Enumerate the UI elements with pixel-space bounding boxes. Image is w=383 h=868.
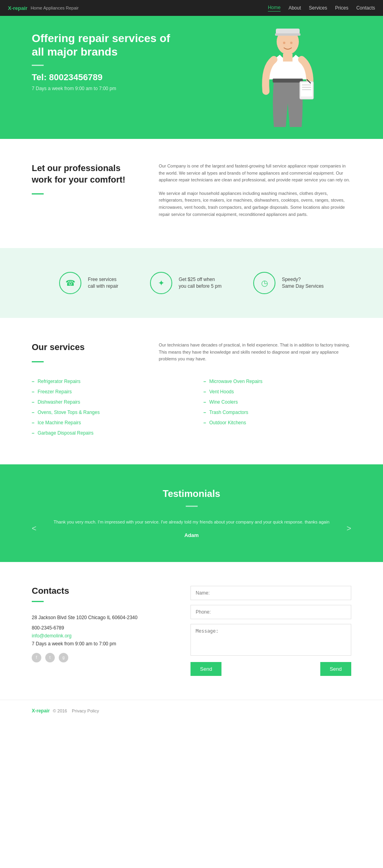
contacts-address: 28 Jackson Blvd Ste 1020 Chicago IL 6060… <box>32 614 167 621</box>
hero-phone: Tel: 80023456789 <box>32 72 183 83</box>
testimonial-author: Adam <box>52 532 331 538</box>
footer: X-repair © 2016 Privacy Policy <box>0 700 383 722</box>
footer-copyright: © 2016 <box>53 708 67 713</box>
about-heading: Let our professionals work for your comf… <box>32 163 135 185</box>
hero-heading: Offering repair services of all major br… <box>32 32 183 58</box>
nav-contacts[interactable]: Contacts <box>356 5 375 11</box>
services-title-col: Our services <box>32 342 135 363</box>
list-item: – Vent Hoods <box>204 389 352 395</box>
discount-icon: ✦ <box>150 272 172 294</box>
testimonials-divider <box>186 506 198 507</box>
ice-machine-link[interactable]: Ice Machine Repairs <box>38 420 81 425</box>
twitter-icon[interactable]: t <box>45 653 55 662</box>
list-item: – Wine Coolers <box>204 399 352 405</box>
send-button[interactable]: Send <box>191 662 221 676</box>
benefit-speedy: ◷ Speedy? Same Day Services <box>253 272 323 294</box>
services-divider <box>32 361 44 362</box>
about-para2: We service all major household appliance… <box>159 190 351 218</box>
list-item: – Freezer Repairs <box>32 389 180 395</box>
hero-person-image <box>240 16 335 139</box>
social-icons-group: f t g <box>32 653 167 662</box>
privacy-policy-link[interactable]: Privacy Policy <box>72 708 99 713</box>
dishwasher-repairs-link[interactable]: Dishwasher Repairs <box>38 399 80 405</box>
contacts-email-link[interactable]: info@demolink.org <box>32 633 167 639</box>
list-item: – Ice Machine Repairs <box>32 420 180 425</box>
nav-about[interactable]: About <box>289 5 301 11</box>
services-header: Our services Our technicians have decade… <box>32 342 351 363</box>
phone-field-group <box>191 605 351 619</box>
testimonials-heading: Testimonials <box>32 488 351 499</box>
contacts-divider <box>32 601 44 602</box>
benefits-section: ☎ Free services call with repair ✦ Get $… <box>0 248 383 318</box>
list-item: – Dishwasher Repairs <box>32 399 180 405</box>
services-description: Our technicians have decades of practica… <box>159 342 351 363</box>
benefit-discount-text: Get $25 off when you call before 5 pm <box>179 276 221 290</box>
message-field-group <box>191 624 351 657</box>
list-item: – Microwave Oven Repairs <box>204 379 352 384</box>
testimonial-content: Thank you very much. I'm impressed with … <box>37 519 347 538</box>
hero-content: Offering repair services of all major br… <box>32 32 183 91</box>
navbar: X-repair Home Appliances Repair Home Abo… <box>0 0 383 16</box>
facebook-icon[interactable]: f <box>32 653 41 662</box>
nav-home[interactable]: Home <box>268 5 281 12</box>
list-item: – Garbage Disposal Repairs <box>32 430 180 436</box>
contacts-section: Contacts 28 Jackson Blvd Ste 1020 Chicag… <box>0 562 383 700</box>
contacts-left: Contacts 28 Jackson Blvd Ste 1020 Chicag… <box>32 586 167 676</box>
about-divider <box>32 193 44 194</box>
vent-hoods-link[interactable]: Vent Hoods <box>209 389 234 395</box>
testimonial-prev-button[interactable]: < <box>32 524 37 533</box>
testimonial-nav: < Thank you very much. I'm impressed wit… <box>32 519 351 538</box>
svg-rect-2 <box>276 29 300 34</box>
hero-divider <box>32 65 44 66</box>
nav-services[interactable]: Services <box>309 5 327 11</box>
logo-text: X-repair <box>8 5 27 11</box>
testimonial-next-button[interactable]: > <box>346 524 351 533</box>
contacts-heading: Contacts <box>32 586 167 596</box>
services-left-col: – Refrigerator Repairs – Freezer Repairs… <box>32 379 180 441</box>
benefit-speedy-text: Speedy? Same Day Services <box>282 276 323 290</box>
nav-prices[interactable]: Prices <box>335 5 348 11</box>
list-item: – Ovens, Stove Tops & Ranges <box>32 410 180 415</box>
microwave-link[interactable]: Microwave Oven Repairs <box>209 379 262 384</box>
message-input[interactable] <box>191 624 351 656</box>
name-input[interactable] <box>191 586 351 600</box>
svg-rect-3 <box>275 33 300 36</box>
garbage-disposal-link[interactable]: Garbage Disposal Repairs <box>38 430 94 436</box>
clock-icon: ◷ <box>253 272 275 294</box>
contacts-form: Send Send <box>191 586 351 676</box>
name-field-group <box>191 586 351 600</box>
testimonials-section: Testimonials < Thank you very much. I'm … <box>0 464 383 562</box>
person-illustration <box>248 20 327 135</box>
svg-point-13 <box>290 42 293 44</box>
list-item: – Outdoor Kitchens <box>204 420 352 425</box>
services-lists: – Refrigerator Repairs – Freezer Repairs… <box>32 379 351 441</box>
nav-links: Home About Services Prices Contacts <box>268 5 375 12</box>
hero-section: Offering repair services of all major br… <box>0 16 383 139</box>
trash-compactors-link[interactable]: Trash Compactors <box>209 410 248 415</box>
footer-logo: X-repair <box>32 708 50 714</box>
freezer-repairs-link[interactable]: Freezer Repairs <box>38 389 72 395</box>
about-para1: Our Company is one of the largest and fa… <box>159 163 351 184</box>
about-section: Let our professionals work for your comf… <box>0 139 383 248</box>
refrigerator-repairs-link[interactable]: Refrigerator Repairs <box>38 379 81 384</box>
list-item: – Trash Compactors <box>204 410 352 415</box>
ovens-link[interactable]: Ovens, Stove Tops & Ranges <box>38 410 100 415</box>
list-item: – Refrigerator Repairs <box>32 379 180 384</box>
wine-coolers-link[interactable]: Wine Coolers <box>209 399 238 405</box>
benefit-discount: ✦ Get $25 off when you call before 5 pm <box>150 272 221 294</box>
services-heading: Our services <box>32 342 135 353</box>
google-plus-icon[interactable]: g <box>59 653 68 662</box>
benefit-free-service: ☎ Free services call with repair <box>59 272 118 294</box>
contacts-phone: 800-2345-6789 <box>32 625 167 631</box>
logo-subtitle: Home Appliances Repair <box>31 6 79 10</box>
send-button-right[interactable]: Send <box>320 662 351 676</box>
about-right: Our Company is one of the largest and fa… <box>159 163 351 224</box>
svg-rect-5 <box>273 79 303 83</box>
phone-icon: ☎ <box>59 272 81 294</box>
outdoor-kitchens-link[interactable]: Outdoor Kitchens <box>209 420 246 425</box>
testimonial-quote: Thank you very much. I'm impressed with … <box>52 519 331 526</box>
contacts-hours: 7 Days a week from 9:00 am to 7:00 pm <box>32 641 167 647</box>
phone-input[interactable] <box>191 605 351 619</box>
about-left: Let our professionals work for your comf… <box>32 163 135 224</box>
services-section: Our services Our technicians have decade… <box>0 318 383 464</box>
